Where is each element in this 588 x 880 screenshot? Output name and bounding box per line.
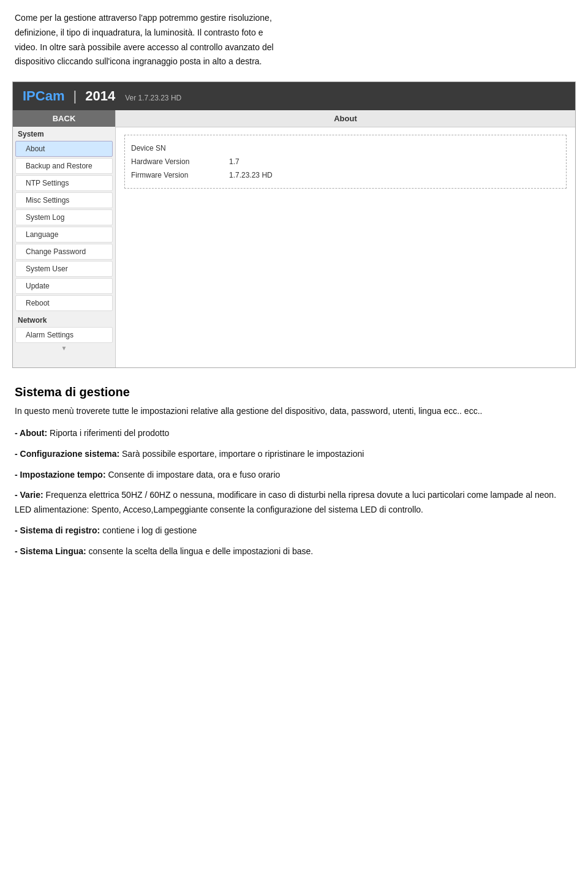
feature-about-text: Riporta i riferimenti del prodotto <box>47 428 169 438</box>
table-row: Hardware Version 1.7 <box>131 155 560 168</box>
sidebar-item-alarm[interactable]: Alarm Settings <box>15 327 113 343</box>
network-section-label: Network <box>13 313 115 326</box>
intro-block: Come per la gestione attraverso l'app po… <box>0 0 588 75</box>
ipcam-brand: IPCam <box>23 88 64 104</box>
fw-version-value: 1.7.23.23 HD <box>229 171 273 179</box>
sidebar-item-sysuser[interactable]: System User <box>15 261 113 277</box>
system-section-label: System <box>13 127 115 140</box>
ipcam-body: BACK System About Backup and Restore NTP… <box>13 110 575 367</box>
fw-version-label: Firmware Version <box>131 171 229 179</box>
table-row: Firmware Version 1.7.23.23 HD <box>131 168 560 182</box>
sidebar-item-about[interactable]: About <box>15 141 113 157</box>
sidebar-item-changepassword[interactable]: Change Password <box>15 244 113 260</box>
feature-registro-text: contiene i log di gestione <box>100 525 197 535</box>
scroll-down-icon[interactable]: ▼ <box>13 344 115 353</box>
feature-config: - Configurazione sistema: Sarà possibile… <box>15 447 573 462</box>
feature-time-title: - Impostazione tempo: <box>15 470 106 479</box>
ipcam-sidebar: BACK System About Backup and Restore NTP… <box>13 110 116 367</box>
about-table: Device SN Hardware Version 1.7 Firmware … <box>124 135 567 189</box>
sidebar-item-update[interactable]: Update <box>15 278 113 294</box>
feature-varie-title: - Varie: <box>15 490 43 500</box>
hw-version-value: 1.7 <box>229 157 239 166</box>
feature-registro-title: - Sistema di registro: <box>15 525 100 535</box>
sidebar-item-misc[interactable]: Misc Settings <box>15 192 113 208</box>
ipcam-separator: | <box>73 88 77 104</box>
feature-lingua-title: - Sistema Lingua: <box>15 546 86 556</box>
feature-config-title: - Configurazione sistema: <box>15 449 119 459</box>
sistema-heading: Sistema di gestione <box>15 385 573 399</box>
feature-registro: - Sistema di registro: contiene i log di… <box>15 524 573 538</box>
device-sn-label: Device SN <box>131 144 229 152</box>
feature-time-text: Consente di impostare data, ora e fuso o… <box>106 470 281 479</box>
ipcam-header: IPCam | 2014 Ver 1.7.23.23 HD <box>13 82 575 110</box>
hw-version-label: Hardware Version <box>131 157 229 166</box>
feature-lingua: - Sistema Lingua: consente la scelta del… <box>15 544 573 559</box>
table-row: Device SN <box>131 141 560 155</box>
section-title: About <box>116 110 575 127</box>
feature-about-title: - About: <box>15 428 47 438</box>
feature-varie: - Varie: Frequenza elettrica 50HZ / 60HZ… <box>15 488 573 517</box>
sidebar-item-ntp[interactable]: NTP Settings <box>15 175 113 191</box>
feature-config-text: Sarà possibile esportare, importare o ri… <box>119 449 364 459</box>
ipcam-version: Ver 1.7.23.23 HD <box>125 94 181 102</box>
sidebar-item-backup[interactable]: Backup and Restore <box>15 158 113 174</box>
feature-lingua-text: consente la scelta della lingua e delle … <box>86 546 313 556</box>
feature-about: - About: Riporta i riferimenti del prodo… <box>15 426 573 441</box>
ipcam-panel: IPCam | 2014 Ver 1.7.23.23 HD BACK Syste… <box>12 81 576 368</box>
intro-text: Come per la gestione attraverso l'app po… <box>15 11 573 69</box>
sidebar-item-reboot[interactable]: Reboot <box>15 295 113 311</box>
back-button[interactable]: BACK <box>13 110 115 127</box>
sidebar-item-language[interactable]: Language <box>15 227 113 243</box>
sidebar-item-syslog[interactable]: System Log <box>15 209 113 225</box>
ipcam-year: 2014 <box>85 88 115 104</box>
bottom-content: Sistema di gestione In questo menù trove… <box>0 374 588 576</box>
ipcam-main-content: About Device SN Hardware Version 1.7 Fir… <box>116 110 575 367</box>
sistema-intro: In questo menù troverete tutte le impost… <box>15 404 573 419</box>
feature-varie-text: Frequenza elettrica 50HZ / 60HZ o nessun… <box>15 490 556 514</box>
feature-time: - Impostazione tempo: Consente di impost… <box>15 468 573 483</box>
